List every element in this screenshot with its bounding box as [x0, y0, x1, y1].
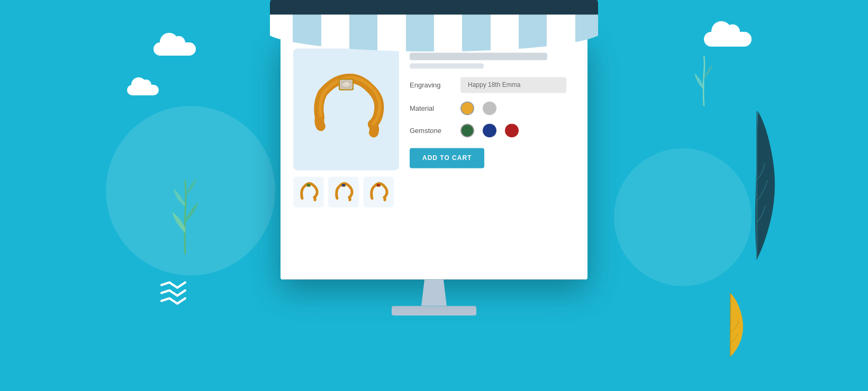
thumbnail-1[interactable]	[293, 176, 324, 207]
awning-stripe-3	[349, 9, 377, 51]
cloud-3	[704, 32, 752, 47]
awning-stripe-9	[519, 9, 547, 51]
product-subtitle-bar	[410, 63, 484, 68]
gemstone-row: Gemstone	[410, 123, 575, 137]
monitor-base	[392, 306, 476, 315]
add-to-cart-button[interactable]: ADD TO CART	[410, 148, 484, 168]
awning-top	[270, 0, 598, 14]
svg-rect-8	[342, 184, 345, 186]
gemstone-label: Gemstone	[410, 127, 452, 135]
plant-top-right	[688, 53, 720, 106]
thumbnail-3[interactable]	[363, 176, 394, 207]
awning-stripe-6	[434, 9, 462, 51]
awning-stripes	[270, 9, 598, 51]
thumbnail-2[interactable]	[328, 176, 359, 207]
awning-stripe-1	[293, 9, 321, 51]
gemstone-green-swatch[interactable]	[460, 123, 474, 137]
svg-rect-10	[377, 184, 380, 186]
awning-stripe-5	[406, 9, 434, 51]
awning-stripe-10	[547, 9, 575, 51]
plant-right-large	[730, 95, 783, 265]
gemstone-blue-swatch[interactable]	[483, 123, 496, 137]
material-row: Material	[410, 101, 575, 115]
product-details: Engraving Material Gemstone ADD	[410, 48, 575, 266]
product-images	[293, 48, 399, 266]
bracelet-illustration	[304, 67, 388, 152]
svg-rect-6	[307, 184, 310, 186]
engraving-row: Engraving	[410, 77, 575, 93]
awning-stripe-7	[462, 9, 490, 51]
gemstone-red-swatch[interactable]	[505, 123, 519, 137]
engraving-input[interactable]	[460, 77, 566, 93]
material-silver-swatch[interactable]	[483, 101, 496, 115]
plant-right-yellow	[709, 290, 752, 359]
awning-stripe-2	[321, 9, 349, 51]
awning-stripe-8	[491, 9, 519, 51]
awning	[270, 0, 598, 51]
thumbnail-row	[293, 176, 399, 207]
engraving-label: Engraving	[410, 81, 452, 89]
monitor-neck	[418, 279, 450, 306]
material-label: Material	[410, 104, 452, 112]
awning-stripe-0	[270, 9, 293, 51]
monitor-wrapper: Engraving Material Gemstone ADD	[275, 35, 593, 343]
monitor: Engraving Material Gemstone ADD	[281, 35, 587, 279]
main-product-image	[293, 48, 399, 170]
product-screen: Engraving Material Gemstone ADD	[281, 35, 587, 279]
plant-left	[164, 170, 206, 254]
awning-stripe-4	[377, 9, 405, 51]
cloud-1	[153, 42, 196, 56]
product-title-bar	[410, 52, 547, 60]
zigzag-decoration	[159, 280, 191, 306]
awning-stripe-11	[575, 9, 598, 51]
material-gold-swatch[interactable]	[460, 101, 474, 115]
cloud-2	[127, 85, 159, 95]
